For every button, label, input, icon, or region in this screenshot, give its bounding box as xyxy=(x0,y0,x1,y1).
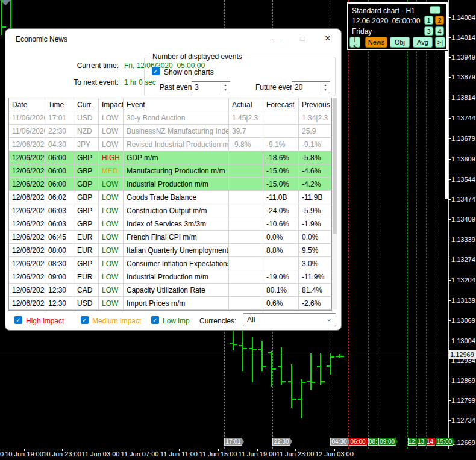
close-icon[interactable]: ✕ xyxy=(322,33,334,43)
cell-event: Construction Output m/m xyxy=(124,204,229,217)
spin-up-icon[interactable]: ▲ xyxy=(224,83,227,87)
column-header[interactable]: Previous xyxy=(299,98,331,111)
event-line xyxy=(416,0,417,449)
table-row[interactable]: 12/06/202006:45EURLOWFrench Final CPI m/… xyxy=(9,231,331,244)
column-header[interactable]: Actual xyxy=(229,98,263,111)
panel-datetime: 12.06.2020 05:00:00 xyxy=(352,17,420,25)
medium-impact-checkbox[interactable]: ✓ xyxy=(81,316,89,324)
scrollbar-thumb[interactable] xyxy=(333,98,337,234)
table-row[interactable]: 12/06/202012:30USDLOWImport Prices m/m0.… xyxy=(9,297,331,310)
price-axis-label: 1.13004 xyxy=(451,337,475,344)
cell-impact: LOW xyxy=(99,217,124,231)
minimize-icon[interactable]: — xyxy=(270,33,282,43)
cell-date: 12/06/2020 xyxy=(9,151,45,164)
obj-button[interactable]: Obj xyxy=(390,37,410,48)
table-row[interactable]: 12/06/202006:03GBPLOWConstruction Output… xyxy=(9,204,331,217)
cell-curr: GBP xyxy=(74,217,99,231)
ohlc-open-tick xyxy=(249,348,252,349)
event-time-badge: 15:00 xyxy=(436,438,453,446)
price-axis-tick xyxy=(448,118,451,119)
table-row[interactable]: 12/06/202008:30GBPLOWConsumer Inflation … xyxy=(9,257,331,270)
check-icon: ✓ xyxy=(152,317,157,323)
price-axis-separator xyxy=(448,0,449,449)
price-axis-tick xyxy=(448,159,451,160)
future-events-stepper[interactable]: 20 ▲▼ xyxy=(292,81,330,93)
price-axis-tick xyxy=(448,400,451,401)
cell-curr: EUR xyxy=(74,231,99,244)
time-axis-label: 11 Jun 19:00 xyxy=(239,450,277,458)
future-events-arrows[interactable]: ▲▼ xyxy=(321,82,330,93)
avg-button[interactable]: Avg xyxy=(413,37,433,48)
cell-date: 12/06/2020 xyxy=(9,217,45,231)
table-row[interactable]: 12/06/202012:30CADLOWCapacity Utilizatio… xyxy=(9,284,331,297)
ohlc-open-tick xyxy=(230,343,233,344)
price-axis-label: 1.13949 xyxy=(451,54,475,61)
cell-event: Consumer Inflation Expectations xyxy=(124,257,229,270)
panel-button-3[interactable]: 3 xyxy=(424,26,433,36)
table-row[interactable]: 12/06/202006:00GBPLOWIndustrial Producti… xyxy=(9,178,331,191)
table-row[interactable]: 11/06/202022:30NZDLOWBusinessNZ Manufact… xyxy=(9,125,331,138)
high-impact-label: High impact xyxy=(26,317,64,325)
past-events-arrows[interactable]: ▲▼ xyxy=(221,82,230,93)
table-row[interactable]: 12/06/202006:00GBPMEDManufacturing Produ… xyxy=(9,164,331,178)
table-row[interactable]: 12/06/202006:00GBPHIGHGDP m/m-18.6%-5.8% xyxy=(9,151,331,164)
cell-previous: 9.5% xyxy=(299,244,331,257)
table-row[interactable]: 11/06/202017:01USDLOW30-y Bond Auction1.… xyxy=(9,111,331,125)
cell-time: 06:45 xyxy=(45,231,74,244)
column-header[interactable]: Forecast xyxy=(263,98,299,111)
high-impact-checkbox[interactable]: ✓ xyxy=(14,316,22,324)
chart-info-panel: Standard chart - H1 12.06.2020 05:00:00 … xyxy=(347,2,448,50)
low-impact-checkbox[interactable]: ✓ xyxy=(151,316,159,324)
maximize-icon[interactable]: □ xyxy=(296,33,308,43)
table-row[interactable]: 12/06/202009:00EURLOWIndustrial Producti… xyxy=(9,270,331,284)
cell-actual xyxy=(229,217,263,231)
nav-end-button[interactable]: >| xyxy=(435,37,445,48)
cell-date: 12/06/2020 xyxy=(9,231,45,244)
table-row[interactable]: 12/06/202006:03GBPLOWIndex of Services 3… xyxy=(9,217,331,231)
table-row[interactable]: 12/06/202006:02GBPLOWGoods Trade Balance… xyxy=(9,191,331,204)
ohlc-close-tick xyxy=(263,366,266,367)
cell-date: 12/06/2020 xyxy=(9,191,45,204)
news-button[interactable]: News xyxy=(365,37,387,48)
ohlc-open-tick xyxy=(288,381,291,382)
spin-down-icon[interactable]: ▼ xyxy=(224,88,227,92)
column-header[interactable]: Event xyxy=(124,98,229,111)
panel-title: Standard chart - H1 xyxy=(352,7,415,15)
time-axis-label: 11 Jun 03:00 xyxy=(82,450,120,458)
cell-event: Index of Services 3m/3m xyxy=(124,217,229,231)
panel-button-2[interactable]: 2 xyxy=(435,16,444,25)
table-row[interactable]: 12/06/202004:30JPYLOWRevised Industrial … xyxy=(9,138,331,151)
cell-curr: NZD xyxy=(74,125,99,138)
column-header[interactable]: Curr. xyxy=(74,98,99,111)
column-header[interactable]: Impact xyxy=(99,98,124,111)
cell-impact: LOW xyxy=(99,204,124,217)
table-scrollbar[interactable] xyxy=(332,98,337,309)
cell-time: 09:00 xyxy=(45,270,74,284)
spin-down-icon[interactable]: ▼ xyxy=(324,88,327,92)
time-axis-label: 10 Jun 19:00 xyxy=(5,450,43,458)
cell-event: Italian Quarterly Unemployment R... xyxy=(124,244,229,257)
panel-button-4[interactable]: 4 xyxy=(435,26,444,36)
ohlc-open-tick xyxy=(336,356,339,357)
panel-button-1[interactable]: 1 xyxy=(424,16,433,25)
price-axis-tick xyxy=(448,320,451,321)
spin-up-icon[interactable]: ▲ xyxy=(324,83,327,87)
show-on-charts-checkbox[interactable]: ✓ xyxy=(152,67,160,75)
cell-curr: EUR xyxy=(74,244,99,257)
cell-date: 11/06/2020 xyxy=(9,111,45,125)
ohlc-close-tick xyxy=(282,381,286,382)
cell-previous: -4.2% xyxy=(299,178,331,191)
table-row[interactable]: 12/06/202008:00EURLOWItalian Quarterly U… xyxy=(9,244,331,257)
medium-impact-label: Medium impact xyxy=(92,317,141,325)
ohlc-open-tick xyxy=(298,399,301,400)
column-header[interactable]: Date xyxy=(9,98,45,111)
cell-previous: 25.9 xyxy=(299,125,331,138)
past-events-stepper[interactable]: 3 ▲▼ xyxy=(192,81,230,93)
event-time-badge: 09:00 xyxy=(378,438,396,446)
currencies-dropdown[interactable]: All ⌄ xyxy=(243,313,336,326)
nav-start-button[interactable]: |< xyxy=(349,37,360,48)
column-header[interactable]: Time xyxy=(45,98,74,111)
event-time-badge: 12: xyxy=(408,438,417,446)
panel-minimize-button[interactable]: - xyxy=(430,6,440,14)
cell-date: 12/06/2020 xyxy=(9,284,45,297)
